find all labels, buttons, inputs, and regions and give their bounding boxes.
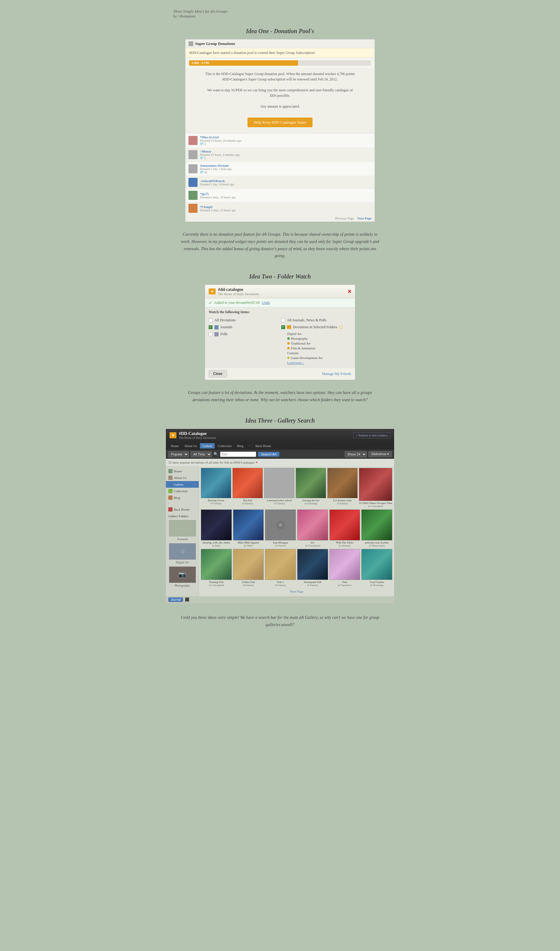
popular-select[interactable]: Popular [168,451,189,457]
folder-photography-label: Photography [175,584,190,587]
artwork-floating-fish[interactable]: Floating Fish in Conceptual [201,549,232,587]
search-button[interactable]: Search Art [258,452,279,457]
donor-time: Donated 19 hours, 34 minutes ago [200,139,372,142]
donor-name[interactable]: Anonymous Deviant [200,164,372,167]
artwork-sleeping-fishes[interactable]: sleeping_with_the_fishes in Dark [201,509,232,547]
gallery-search-input[interactable] [220,452,256,457]
about-icon [168,475,172,480]
artwork-fish[interactable]: Fish in Figurative [329,549,360,587]
nav-about[interactable]: About Us [182,443,199,449]
artwork-let-dreams[interactable]: Let dreams come in Fantasy [327,468,358,508]
nav-blog[interactable]: Blog [235,443,246,449]
sidebar-blog[interactable]: Blog [166,494,199,501]
artwork-thumb [201,509,232,540]
checkbox-selected-folders[interactable] [281,325,285,329]
artwork-koi-fish[interactable]: Koi fish in Fantasy [232,468,263,508]
watch-header: ♥ #dd-catalogue The Home of Daily Deviat… [205,285,355,298]
artwork-fata-morgana[interactable]: ⊘ Fata Morgana in Surreal [265,509,296,547]
folder-featured-label: Featured [177,537,188,541]
checkbox-journals[interactable] [209,325,212,329]
next-page-link[interactable]: Next Page [357,216,372,220]
undo-link[interactable]: Undo [262,301,270,305]
sidebar-backroom[interactable]: Back Room [166,506,199,513]
artwork-miko[interactable]: Miko-Miko-apparel in Other [233,509,264,547]
artwork-coral-garden[interactable]: Coral Garden in Drawings [361,549,392,587]
artwork-poissons[interactable]: poissons sous la pluie in Waterscapes [361,509,392,547]
artwork-roaring-ocean[interactable]: Roaring Ocean in Fantasy [201,468,231,508]
idea-two-title: Idea Two - Folder Watch [155,273,405,280]
dot-orange-icon-2 [287,347,290,349]
donor-amount: 💎 2 [200,156,372,160]
page-subtitle: by ~thomasms [173,14,196,19]
nav-collection[interactable]: Collection [215,443,234,449]
artwork-fish-1[interactable]: Fish 1 in Fantasy [265,549,296,587]
slideshow-button[interactable]: Slideshow ▾ [369,451,392,457]
watch-footer: Close Manage My Friends [205,367,355,380]
donor-avatar [188,164,197,173]
folder-featured[interactable]: ★ Featured [166,519,199,542]
donor-name[interactable]: *Miss-It-Girl [200,135,372,139]
artwork-title: Miko-Miko-apparel [233,541,264,544]
sidebar-about[interactable]: About Us [166,474,199,481]
donor-item: ~redwolf318stock Donated 1 day, 14 hours… [185,176,375,189]
results-text: 35 most popular deviations of all time f… [168,460,254,464]
donation-notice: #DD-Catalogue have started a donation po… [185,48,375,58]
artwork-steampunk-fish[interactable]: Steampunk Fish in Fantasy [297,549,328,587]
folder-digital[interactable]: 🖥 Digital Art [166,542,199,565]
donor-name[interactable]: *Clangel [200,205,372,208]
donor-item: *Miss-It-Girl Donated 19 hours, 34 minut… [185,134,375,148]
gallery-footer: Journal ⬛ [166,596,394,603]
artwork-childs-dance[interactable]: A Child's Dance Escapes Time in Conceptu… [359,468,392,508]
artwork-golden-fish[interactable]: Golden Fish in Fantasy [233,549,264,587]
gallery-logo-button[interactable]: ♥ [169,432,177,438]
gallery-main: Roaring Ocean in Fantasy Koi fish in Fan… [199,466,394,596]
nav-gallery[interactable]: Gallery [200,443,215,449]
show-select[interactable]: Show 24 [345,451,367,457]
donor-name[interactable]: ~Menco [200,150,372,153]
subfolder-load-more[interactable]: Load more... [287,360,351,365]
watch-opt-journals: Journals [209,324,280,331]
journal-button[interactable]: Journal [168,597,183,602]
help-button[interactable]: Help Keep #DD-Catalogue Super [248,117,312,127]
artwork-title: Golden Fish [233,580,264,584]
artwork-thumb [201,468,231,498]
checkbox-polls[interactable] [209,332,212,336]
subfolder-label: Film & Animation [291,346,315,350]
artwork-among-koi[interactable]: ;Among the koi: in Paintings [295,468,326,508]
artwork-cat: in Fantasy [201,502,231,505]
donor-item: ~Menco Donated 22 hours, 4 minutes ago 💎… [185,148,375,162]
idea-two-description: Groups can feature a lot of deviations. … [155,384,405,408]
gallery-sidebar: Home About Us Gallery ✕ Collection Blog … [166,466,199,596]
sidebar-home[interactable]: Home [166,468,199,474]
watch-close-icon[interactable]: ✕ [348,289,351,295]
artwork-thumb [329,549,360,580]
folder-photography[interactable]: 📷 Photography [166,565,199,588]
sidebar-collection[interactable]: Collection [166,488,199,494]
time-select[interactable]: All Time [191,451,212,457]
checkbox-all-journals[interactable] [281,318,285,322]
artwork-iris[interactable]: Iris in Conceptual [297,509,328,547]
artwork-cat: in Figurative [329,584,360,587]
widget-icon [188,41,193,46]
donor-info: *jjo75 Donated 2 days, 19 hours ago [200,192,372,199]
checkbox-all-dev[interactable] [209,318,212,322]
load-more-link[interactable]: Load more... [287,361,304,364]
close-footer-button[interactable]: Close [209,370,227,377]
nav-backroom[interactable]: Back Room [253,443,273,449]
artwork-mermaid[interactable]: a mermaid after school in Fantasy [264,468,294,508]
donor-avatar [188,178,197,187]
donor-name[interactable]: ~redwolf318stock [200,179,372,183]
artwork-jellies[interactable]: With The Jellies in Animals [329,509,360,547]
artwork-cat: in Waterscapes [361,544,392,547]
watch-heart-button[interactable]: ♥ [209,289,215,295]
clear-search-icon[interactable]: × [255,460,258,465]
donor-info: *Clangel Donated 2 days, 22 hours ago [200,205,372,212]
donor-name[interactable]: *jjo75 [200,192,372,196]
artwork-thumb [361,549,392,580]
sidebar-close-icon[interactable]: ✕ [194,483,196,486]
manage-friends-link[interactable]: Manage My Friends [322,372,351,376]
sidebar-gallery[interactable]: Gallery ✕ [166,481,199,488]
nav-home[interactable]: Home [168,443,181,449]
submit-button[interactable]: + Submit to this Gallery [353,432,391,438]
gallery-next-page[interactable]: Next Page [201,588,392,594]
